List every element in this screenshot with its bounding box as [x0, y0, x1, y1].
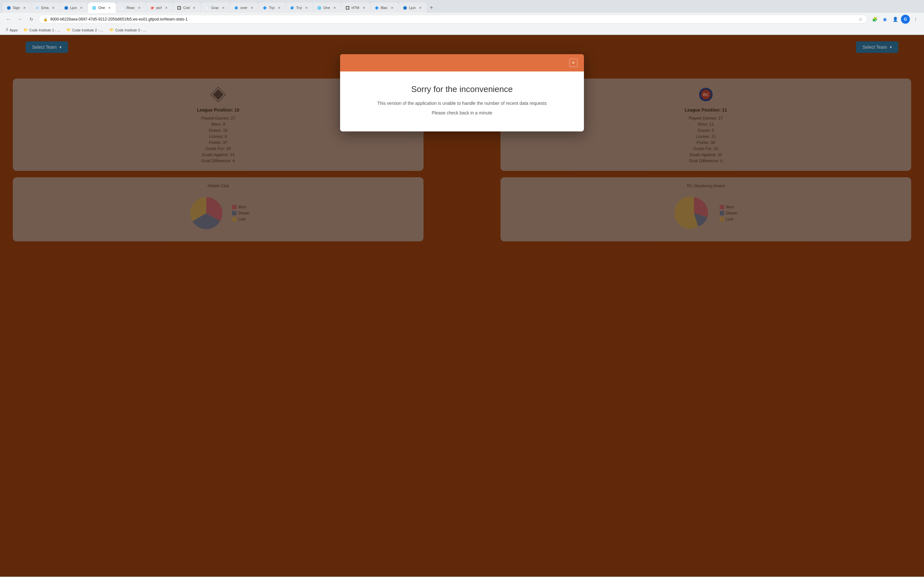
apps-bookmark[interactable]: ⠿ Apps — [4, 27, 19, 33]
tab-favicon-email: 📧 — [35, 5, 39, 10]
modal-header: × — [340, 54, 584, 71]
tab-title-grac: Grac — [211, 6, 219, 10]
tab-title-oner: oner — [240, 6, 247, 10]
tab-title-html: HTM — [352, 6, 359, 10]
bookmark-code-institute-1[interactable]: 📁 Code Institute 1 - ... — [21, 27, 63, 33]
tab-oner[interactable]: 🔷 oner ✕ — [230, 3, 258, 13]
star-icon[interactable]: ☆ — [859, 17, 863, 22]
tab-favicon-html: 🔲 — [345, 5, 350, 10]
modal-close-button[interactable]: × — [569, 59, 577, 67]
tab-favicon-picf: 🐙 — [150, 5, 154, 10]
bookmarks-bar: ⠿ Apps 📁 Code Institute 1 - ... 📁 Code I… — [0, 26, 924, 35]
modal-dialog: × Sorry for the inconvenience This versi… — [340, 54, 584, 131]
tab-favicon-sign: 🔵 — [6, 5, 11, 10]
modal-note: Please check back in a minute — [350, 110, 574, 115]
bookmark-label-1: Code Institute 1 - ... — [29, 28, 60, 32]
back-button[interactable]: ← — [4, 15, 13, 24]
tab-html[interactable]: 🔲 HTM ✕ — [341, 3, 370, 13]
tab-cod[interactable]: 🔲 Cod ✕ — [173, 3, 200, 13]
tab-reac[interactable]: 📄 Reac ✕ — [116, 3, 145, 13]
browser-actions: 🧩 ◉ 👤 G ⋮ — [870, 15, 920, 24]
apps-grid-icon: ⠿ — [6, 28, 8, 32]
tab-one[interactable]: 🌐 One ✕ — [88, 3, 116, 13]
tab-title-email: Ema — [41, 6, 49, 10]
tab-close-html[interactable]: ✕ — [361, 5, 367, 10]
tab-email[interactable]: 📧 Ema ✕ — [31, 3, 60, 13]
bookmark-label-3: Code Institute 3 - ... — [115, 28, 146, 32]
tab-favicon-blac: 🔷 — [375, 5, 379, 10]
tab-close-oner[interactable]: ✕ — [249, 5, 254, 10]
forward-button[interactable]: → — [15, 15, 24, 24]
browser-chrome: 🔵 Sign ✕ 📧 Ema ✕ 🔵 Ljun ✕ 🌐 One ✕ 📄 Reac… — [0, 0, 924, 35]
tab-grac[interactable]: 📄 Grac ✕ — [201, 3, 230, 13]
chrome-icon[interactable]: ◉ — [880, 15, 889, 24]
tab-close-tryi1[interactable]: ✕ — [276, 5, 282, 10]
tab-favicon-grac: 📄 — [205, 5, 209, 10]
modal-body: Sorry for the inconvenience This version… — [340, 71, 584, 131]
url-bar[interactable]: 🔒 8000-b6226aea-0697-47d5-9212-205fa6651… — [39, 15, 867, 24]
tab-favicon-one2: 🌐 — [317, 5, 321, 10]
tab-close-ljun2[interactable]: ✕ — [418, 5, 423, 10]
account-icon[interactable]: 👤 — [891, 15, 900, 24]
tab-ljun1[interactable]: 🔵 Ljun ✕ — [60, 3, 88, 13]
tab-close-one[interactable]: ✕ — [107, 5, 112, 10]
tab-one2[interactable]: 🌐 One ✕ — [313, 3, 341, 13]
bookmark-label-2: Code Institute 2 - ... — [72, 28, 103, 32]
tab-ljun2[interactable]: 🔵 Ljun ✕ — [399, 3, 427, 13]
tab-title-tryi1: Tryi — [269, 6, 275, 10]
reload-button[interactable]: ↻ — [27, 15, 36, 24]
tab-title-ljun2: Ljun — [409, 6, 416, 10]
tab-favicon-ljun1: 🔵 — [64, 5, 68, 10]
profile-button[interactable]: G — [901, 15, 910, 24]
tab-title-one2: One — [323, 6, 330, 10]
bookmark-code-institute-3[interactable]: 📁 Code Institute 3 - ... — [107, 27, 149, 33]
modal-overlay: × Sorry for the inconvenience This versi… — [0, 35, 924, 577]
tab-title-picf: picf — [156, 6, 162, 10]
tab-title-tryi2: Tryi — [296, 6, 302, 10]
tab-title-reac: Reac — [126, 6, 135, 10]
extensions-button[interactable]: 🧩 — [870, 15, 879, 24]
tab-tryi1[interactable]: 🔷 Tryi ✕ — [258, 3, 286, 13]
tab-close-email[interactable]: ✕ — [51, 5, 56, 10]
tab-tryi2[interactable]: 🔷 Tryi ✕ — [286, 3, 313, 13]
tab-title-ljun1: Ljun — [70, 6, 77, 10]
tab-close-ljun1[interactable]: ✕ — [79, 5, 84, 10]
tab-favicon-tryi1: 🔷 — [262, 5, 267, 10]
tab-close-picf[interactable]: ✕ — [164, 5, 169, 10]
modal-subtitle: This version of the application is unabl… — [350, 101, 574, 106]
tab-title-cod: Cod — [183, 6, 190, 10]
tab-close-grac[interactable]: ✕ — [221, 5, 226, 10]
app-container: Select Team ▾ Select Team ▾ League Posit… — [0, 35, 924, 577]
tab-favicon-oner: 🔷 — [234, 5, 238, 10]
modal-title: Sorry for the inconvenience — [350, 84, 574, 94]
folder-icon-2: 📁 — [66, 28, 71, 32]
tab-close-tryi2[interactable]: ✕ — [304, 5, 309, 10]
tab-picf[interactable]: 🐙 picf ✕ — [146, 3, 173, 13]
tab-close-cod[interactable]: ✕ — [192, 5, 197, 10]
tab-close-blac[interactable]: ✕ — [389, 5, 395, 10]
tab-title-blac: Blac — [381, 6, 388, 10]
tab-title-sign: Sign — [13, 6, 20, 10]
folder-icon-1: 📁 — [23, 28, 28, 32]
tab-title-one: One — [98, 6, 105, 10]
tab-favicon-one: 🌐 — [92, 5, 96, 10]
new-tab-button[interactable]: + — [427, 3, 436, 12]
tab-sign[interactable]: 🔵 Sign ✕ — [3, 3, 31, 13]
tab-close-reac[interactable]: ✕ — [137, 5, 142, 10]
url-text: 8000-b6226aea-0697-47d5-9212-205fa6651fb… — [50, 17, 856, 21]
bookmark-code-institute-2[interactable]: 📁 Code Institute 2 - ... — [64, 27, 105, 33]
menu-button[interactable]: ⋮ — [911, 15, 920, 24]
tab-favicon-cod: 🔲 — [177, 5, 181, 10]
apps-label: Apps — [10, 28, 18, 32]
tab-blac[interactable]: 🔷 Blac ✕ — [371, 3, 399, 13]
tab-favicon-reac: 📄 — [120, 5, 124, 10]
tab-close-one2[interactable]: ✕ — [332, 5, 337, 10]
lock-icon: 🔒 — [43, 17, 48, 21]
tab-close-sign[interactable]: ✕ — [22, 5, 27, 10]
folder-icon-3: 📁 — [110, 28, 114, 32]
address-bar: ← → ↻ 🔒 8000-b6226aea-0697-47d5-9212-205… — [0, 13, 924, 26]
tab-favicon-tryi2: 🔷 — [290, 5, 294, 10]
tab-bar: 🔵 Sign ✕ 📧 Ema ✕ 🔵 Ljun ✕ 🌐 One ✕ 📄 Reac… — [0, 0, 924, 13]
tab-favicon-ljun2: 🔵 — [403, 5, 407, 10]
